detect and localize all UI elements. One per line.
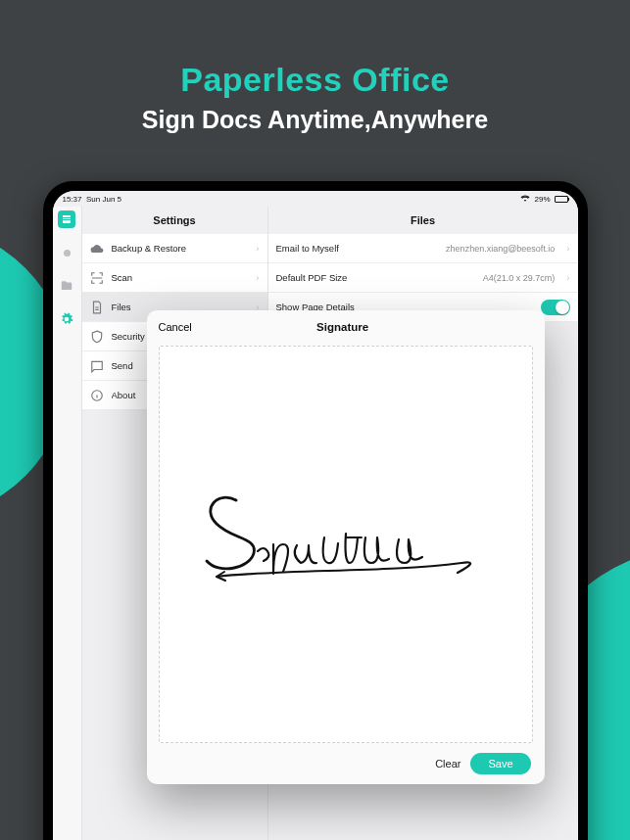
- email-value: zhenzhen.xiang@beesoft.io: [446, 244, 555, 254]
- files-row-email[interactable]: Email to Myself zhenzhen.xiang@beesoft.i…: [268, 234, 578, 263]
- app-body: Settings Backup & Restore › Scan ›: [53, 207, 578, 840]
- sidebar: [53, 207, 82, 840]
- sidebar-app-icon[interactable]: [58, 210, 75, 228]
- save-button[interactable]: Save: [470, 753, 530, 774]
- battery-icon: [555, 196, 568, 203]
- file-icon: [90, 301, 104, 314]
- files-row-pdf-size[interactable]: Default PDF Size A4(21.0 x 29.7cm) ›: [268, 263, 578, 293]
- chevron-right-icon: ›: [256, 243, 259, 254]
- info-icon: [90, 389, 104, 402]
- shield-icon: [90, 330, 104, 344]
- page-details-toggle[interactable]: [541, 300, 570, 315]
- promo-headline: Paperless Office: [0, 61, 630, 99]
- settings-header: Settings: [82, 207, 267, 234]
- chevron-right-icon: ›: [566, 243, 569, 254]
- files-header: Files: [268, 207, 578, 234]
- signature-modal: Cancel Signature: [147, 310, 545, 784]
- wifi-icon: [520, 194, 530, 204]
- scan-icon: [90, 271, 104, 285]
- status-bar: 15:37 Sun Jun 5 29%: [53, 191, 578, 207]
- sidebar-item-1[interactable]: [58, 244, 75, 261]
- promo-canvas: Paperless Office Sign Docs Anytime,Anywh…: [0, 0, 630, 840]
- signature-drawing: [199, 490, 493, 598]
- sidebar-folder-icon[interactable]: [58, 277, 75, 295]
- send-icon: [90, 359, 104, 373]
- cloud-icon: [90, 242, 104, 256]
- battery-pct: 29%: [534, 195, 550, 204]
- tablet-frame: 15:37 Sun Jun 5 29%: [43, 181, 588, 840]
- clear-button[interactable]: Clear: [435, 758, 460, 770]
- sidebar-settings-icon[interactable]: [58, 310, 75, 328]
- tablet-screen: 15:37 Sun Jun 5 29%: [53, 191, 578, 840]
- status-time: 15:37 Sun Jun 5: [63, 195, 122, 204]
- pdf-size-value: A4(21.0 x 29.7cm): [483, 273, 556, 283]
- settings-row-scan[interactable]: Scan ›: [82, 263, 267, 293]
- settings-row-backup[interactable]: Backup & Restore ›: [82, 234, 267, 263]
- promo-subheadline: Sign Docs Anytime,Anywhere: [0, 106, 630, 134]
- signature-canvas[interactable]: [159, 346, 533, 743]
- chevron-right-icon: ›: [256, 272, 259, 283]
- chevron-right-icon: ›: [566, 272, 569, 283]
- modal-title: Signature: [153, 321, 533, 333]
